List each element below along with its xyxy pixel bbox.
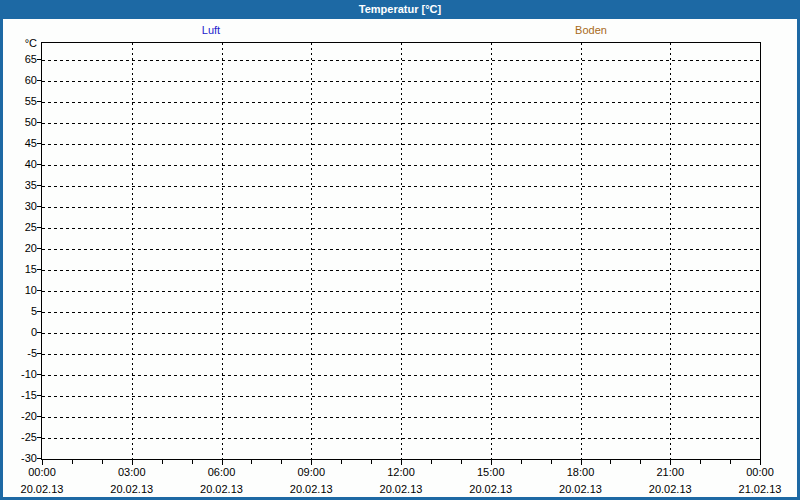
y-axis-tick: [37, 248, 41, 249]
y-axis-tick-label: 50: [3, 116, 37, 128]
y-axis-tick: [37, 185, 41, 186]
x-axis-minor-tick: [162, 460, 163, 464]
x-axis-date-label: 20.02.13: [97, 483, 167, 495]
y-axis-tick: [37, 59, 41, 60]
x-axis-major-tick: [670, 460, 671, 465]
x-axis-date-label: 20.02.13: [276, 483, 346, 495]
x-axis-minor-tick: [281, 460, 282, 464]
x-axis-minor-tick: [730, 460, 731, 464]
y-axis-tick: [37, 458, 41, 459]
x-axis-major-tick: [222, 460, 223, 465]
y-axis-tick-label: 20: [3, 242, 37, 254]
y-axis-tick-label: 60: [3, 74, 37, 86]
grid-line-vertical: [132, 43, 133, 459]
x-axis-time-label: 00:00: [7, 466, 77, 478]
x-axis-minor-tick: [251, 460, 252, 464]
y-axis-tick: [37, 353, 41, 354]
y-axis-tick: [37, 332, 41, 333]
x-axis-time-label: 03:00: [97, 466, 167, 478]
y-axis-tick-label: -20: [3, 410, 37, 422]
y-axis-tick: [37, 143, 41, 144]
legend-item-luft: Luft: [202, 24, 220, 37]
x-axis-date-label: 20.02.13: [187, 483, 257, 495]
y-axis-tick-label: 65: [3, 53, 37, 65]
y-axis-tick-label: -10: [3, 368, 37, 380]
y-axis-tick-label: 40: [3, 158, 37, 170]
chart-window: Temperatur [°C] Luft Boden °C 6560555045…: [0, 0, 800, 500]
y-axis-tick-label: 25: [3, 221, 37, 233]
x-axis-minor-tick: [551, 460, 552, 464]
grid-line-vertical: [401, 43, 402, 459]
x-axis-date-label: 21.02.13: [725, 483, 795, 495]
y-axis-tick-label: 5: [3, 305, 37, 317]
y-axis-tick: [37, 101, 41, 102]
window-title-bar: Temperatur [°C]: [0, 0, 800, 19]
x-axis-major-tick: [760, 460, 761, 465]
x-axis-time-label: 09:00: [276, 466, 346, 478]
grid-line-vertical: [222, 43, 223, 459]
x-axis-time-label: 06:00: [187, 466, 257, 478]
y-axis-tick: [37, 227, 41, 228]
grid-line-vertical: [670, 43, 671, 459]
y-axis-tick-label: -15: [3, 389, 37, 401]
x-axis-minor-tick: [700, 460, 701, 464]
y-axis-tick: [37, 416, 41, 417]
x-axis-major-tick: [401, 460, 402, 465]
x-axis-date-label: 20.02.13: [635, 483, 705, 495]
x-axis-date-label: 20.02.13: [7, 483, 77, 495]
x-axis-minor-tick: [610, 460, 611, 464]
y-axis-tick: [37, 437, 41, 438]
y-axis-tick: [37, 395, 41, 396]
x-axis-minor-tick: [72, 460, 73, 464]
x-axis-major-tick: [581, 460, 582, 465]
x-axis-date-label: 20.02.13: [456, 483, 526, 495]
x-axis-date-label: 20.02.13: [366, 483, 436, 495]
x-axis-time-label: 18:00: [546, 466, 616, 478]
y-axis-tick: [37, 374, 41, 375]
grid-line-vertical: [491, 43, 492, 459]
y-axis-tick: [37, 80, 41, 81]
y-axis-tick: [37, 164, 41, 165]
x-axis-minor-tick: [192, 460, 193, 464]
x-axis-minor-tick: [461, 460, 462, 464]
y-axis-tick: [37, 122, 41, 123]
y-axis-tick-label: 30: [3, 200, 37, 212]
x-axis-minor-tick: [521, 460, 522, 464]
y-axis-tick: [37, 269, 41, 270]
x-axis-time-label: 21:00: [635, 466, 705, 478]
x-axis-minor-tick: [371, 460, 372, 464]
y-axis-tick-label: 45: [3, 137, 37, 149]
y-axis-tick: [37, 311, 41, 312]
y-axis-tick-label: -25: [3, 431, 37, 443]
y-axis-tick-label: 0: [3, 326, 37, 338]
y-axis-tick-label: 35: [3, 179, 37, 191]
grid-line-vertical: [581, 43, 582, 459]
x-axis-minor-tick: [102, 460, 103, 464]
chart-title: Temperatur [°C]: [359, 3, 441, 15]
x-axis-major-tick: [491, 460, 492, 465]
x-axis-major-tick: [132, 460, 133, 465]
x-axis-time-label: 00:00: [725, 466, 795, 478]
x-axis-minor-tick: [640, 460, 641, 464]
legend-item-boden: Boden: [575, 24, 607, 37]
x-axis-major-tick: [311, 460, 312, 465]
y-axis-tick: [37, 206, 41, 207]
x-axis-major-tick: [42, 460, 43, 465]
y-axis-unit-label: °C: [3, 37, 37, 49]
x-axis-minor-tick: [341, 460, 342, 464]
grid-line-vertical: [311, 43, 312, 459]
x-axis-date-label: 20.02.13: [546, 483, 616, 495]
plot-area: [41, 42, 761, 460]
y-axis-tick-label: -30: [3, 452, 37, 464]
y-axis-tick: [37, 290, 41, 291]
y-axis-tick-label: 55: [3, 95, 37, 107]
x-axis-minor-tick: [431, 460, 432, 464]
y-axis-tick-label: 15: [3, 263, 37, 275]
x-axis-time-label: 12:00: [366, 466, 436, 478]
x-axis-time-label: 15:00: [456, 466, 526, 478]
y-axis-tick-label: 10: [3, 284, 37, 296]
y-axis-tick-label: -5: [3, 347, 37, 359]
